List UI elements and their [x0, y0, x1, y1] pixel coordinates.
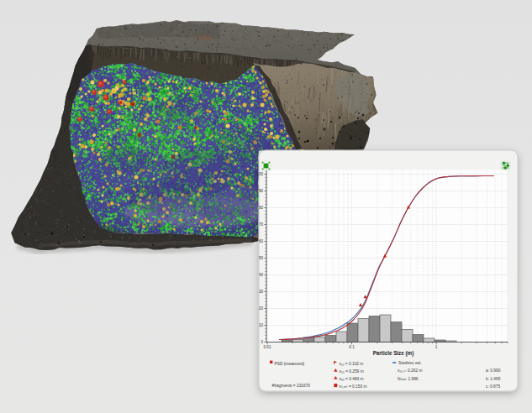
svg-text:10: 10	[259, 323, 264, 327]
svg-text:20: 20	[259, 306, 264, 311]
svg-text:70: 70	[259, 222, 264, 227]
svg-text:x₅₀ = 0.259 m: x₅₀ = 0.259 m	[340, 369, 364, 374]
svg-text:Nₘₐₓ: 1.586: Nₘₐₓ: 1.586	[398, 377, 419, 381]
svg-text:x₅₀,ₛ: 0.262 m: x₅₀,ₛ: 0.262 m	[398, 369, 422, 373]
svg-text:30: 30	[259, 290, 264, 294]
svg-text:40: 40	[259, 273, 264, 277]
svg-text:x₉₀ = 0.483 m: x₉₀ = 0.483 m	[340, 377, 364, 381]
svg-text:90: 90	[259, 189, 264, 193]
svg-text:x₁₀ = 0.102 m: x₁₀ = 0.102 m	[340, 362, 364, 366]
svg-text:Swebrec est.: Swebrec est.	[398, 361, 422, 365]
svg-text:80: 80	[259, 206, 264, 210]
svg-text:xₜ,ₑₛₜ = 0.150 m: xₜ,ₑₛₜ = 0.150 m	[340, 384, 367, 389]
svg-text:0.01: 0.01	[264, 345, 271, 349]
svg-text:a: 0.990: a: 0.990	[486, 369, 501, 373]
svg-text:Particle Size (m): Particle Size (m)	[373, 350, 414, 357]
svg-text:0.1: 0.1	[349, 345, 355, 349]
svg-text:0: 0	[261, 340, 263, 344]
svg-text:PSD (measured): PSD (measured)	[275, 362, 305, 366]
svg-text:50: 50	[259, 256, 264, 260]
svg-text:1: 1	[435, 345, 438, 349]
svg-text:b: 1.465: b: 1.465	[486, 377, 501, 381]
svg-text:c: 0.875: c: 0.875	[486, 384, 500, 389]
svg-text:#fragments = 231670: #fragments = 231670	[272, 384, 311, 388]
svg-text:60: 60	[259, 239, 264, 243]
svg-text:100: 100	[256, 172, 263, 176]
